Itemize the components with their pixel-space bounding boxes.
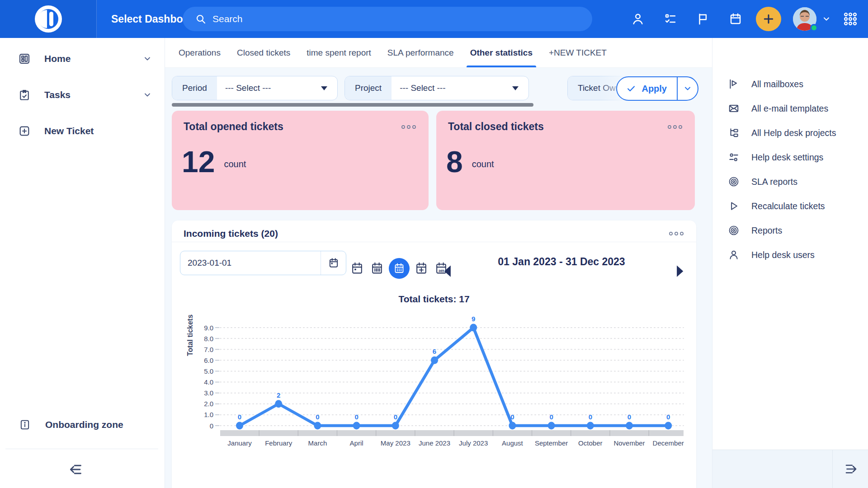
tab-new-ticket[interactable]: +NEW TICKET [549, 38, 607, 67]
online-status-dot [810, 24, 818, 32]
apply-area: Apply [598, 75, 712, 102]
right-item-label: All Help desk projects [751, 128, 836, 138]
search-icon [195, 14, 206, 24]
home-dashboard-icon [18, 52, 31, 65]
person-icon[interactable] [631, 12, 645, 26]
right-item-label: Help desk settings [751, 152, 823, 163]
sliders-icon [728, 151, 740, 163]
card-value: 12 [182, 147, 215, 177]
right-item-all-help-desk-projects[interactable]: All Help desk projects [712, 121, 868, 145]
date-input-group [180, 251, 346, 275]
apply-button-group: Apply [616, 76, 698, 101]
svg-text:0: 0 [589, 413, 592, 421]
svg-text:6.0: 6.0 [204, 357, 213, 364]
app-logo[interactable] [0, 0, 97, 38]
main-area: OperationsClosed ticketstime spent repor… [165, 38, 712, 488]
checklist-icon[interactable] [664, 12, 677, 26]
date-picker-button[interactable] [321, 251, 346, 275]
date-range-label: 01 Jan 2023 - 31 Dec 2023 [471, 253, 652, 270]
sidebar-item-new-ticket[interactable]: New Ticket [0, 113, 165, 149]
svg-text:3.0: 3.0 [204, 389, 213, 397]
mailbox-flag-icon [728, 78, 740, 90]
tab-closed-tickets[interactable]: Closed tickets [237, 38, 290, 67]
incoming-tickets-panel: Incoming tickets (20) 365 01 Jan 2023 - … [172, 221, 696, 488]
svg-text:September: September [535, 439, 568, 447]
apply-options-button[interactable] [677, 77, 698, 100]
filters-scrollbar[interactable] [172, 103, 533, 107]
tab-operations[interactable]: Operations [179, 38, 221, 67]
tasks-icon [18, 89, 31, 101]
svg-text:5.0: 5.0 [204, 367, 213, 375]
svg-text:1.0: 1.0 [204, 411, 213, 418]
right-item-help-desk-settings[interactable]: Help desk settings [712, 145, 868, 169]
svg-text:January: January [227, 439, 252, 447]
svg-text:0: 0 [627, 413, 631, 421]
topbar-actions [612, 0, 858, 38]
collapse-sidebar-icon[interactable] [68, 461, 85, 478]
card-menu-icon[interactable] [401, 124, 417, 130]
chevron-down-icon [143, 90, 152, 99]
tab-sla-performance[interactable]: SLA performance [387, 38, 454, 67]
tab-other-statistics[interactable]: Other statistics [470, 38, 533, 67]
right-footer [712, 450, 868, 488]
cal-quarter-view-button[interactable] [413, 258, 429, 278]
flag-icon[interactable] [696, 12, 710, 26]
left-sidebar: Home Tasks New Ticket Onboarding zone [0, 38, 165, 488]
date-input[interactable] [180, 251, 321, 275]
sidebar-item-home[interactable]: Home [0, 41, 165, 77]
user-avatar[interactable] [793, 7, 816, 31]
search-placeholder: Search [212, 14, 243, 24]
sidebar-item-tasks[interactable]: Tasks [0, 77, 165, 113]
right-item-label: Reports [751, 225, 782, 236]
info-icon [19, 419, 31, 431]
right-item-sla-reports[interactable]: SLA reports [712, 169, 868, 194]
cal-month-view-button[interactable] [389, 258, 410, 279]
search-input[interactable]: Search [183, 7, 592, 31]
tab-label: +NEW TICKET [549, 48, 607, 58]
svg-text:February: February [265, 439, 292, 447]
right-item-all-mailboxes[interactable]: All mailboxes [712, 72, 868, 96]
card-value: 8 [446, 147, 463, 177]
expand-sidebar-icon[interactable] [842, 461, 859, 477]
incoming-tickets-chart: Total tickets9.08.07.06.05.04.03.02.01.0… [172, 311, 696, 453]
onboarding-label: Onboarding zone [45, 419, 123, 430]
project-select[interactable]: --- Select --- [392, 76, 528, 100]
right-item-all-e-mail-templates[interactable]: All e-mail templates [712, 96, 868, 121]
add-new-button[interactable] [756, 7, 781, 31]
chevron-down-icon[interactable] [822, 14, 831, 23]
svg-text:June 2023: June 2023 [419, 439, 450, 447]
left-nav: Home Tasks New Ticket [0, 38, 165, 149]
user-icon [728, 249, 740, 261]
svg-text:2.0: 2.0 [204, 400, 213, 408]
svg-text:9.0: 9.0 [204, 324, 213, 332]
prev-period-arrow[interactable] [442, 265, 452, 277]
chevron-down-icon [143, 54, 152, 63]
svg-text:October: October [578, 439, 602, 447]
plus-icon [762, 13, 775, 25]
total-opened-tickets-card: Total opened tickets 12 count [172, 111, 429, 210]
panel-title: Incoming tickets (20) [184, 228, 278, 239]
period-select[interactable]: --- Select --- [217, 76, 337, 100]
apps-grid-icon[interactable] [843, 11, 858, 27]
right-item-recalculate-tickets[interactable]: Recalculate tickets [712, 194, 868, 218]
tab-time-spent-report[interactable]: time spent report [307, 38, 371, 67]
cal-week-view-button[interactable] [369, 258, 385, 278]
svg-text:0: 0 [316, 413, 319, 421]
card-menu-icon[interactable] [667, 124, 683, 130]
right-item-label: All e-mail templates [751, 103, 828, 114]
svg-text:0: 0 [394, 413, 397, 421]
target-icon [728, 225, 740, 236]
next-period-arrow[interactable] [675, 265, 685, 277]
apply-button[interactable]: Apply [617, 77, 677, 100]
sidebar-item-label: New Ticket [44, 126, 94, 136]
calendar-icon[interactable] [729, 12, 742, 26]
svg-text:0: 0 [354, 413, 358, 421]
view-mode-switcher: 365 [349, 258, 449, 279]
cal-day-view-button[interactable] [349, 258, 365, 278]
tab-label: Other statistics [470, 48, 533, 58]
right-item-reports[interactable]: Reports [712, 218, 868, 243]
panel-menu-icon[interactable] [668, 230, 684, 237]
sidebar-item-onboarding-zone[interactable]: Onboarding zone [0, 412, 165, 437]
right-item-help-desk-users[interactable]: Help desk users [712, 243, 868, 267]
right-item-label: All mailboxes [751, 79, 803, 89]
